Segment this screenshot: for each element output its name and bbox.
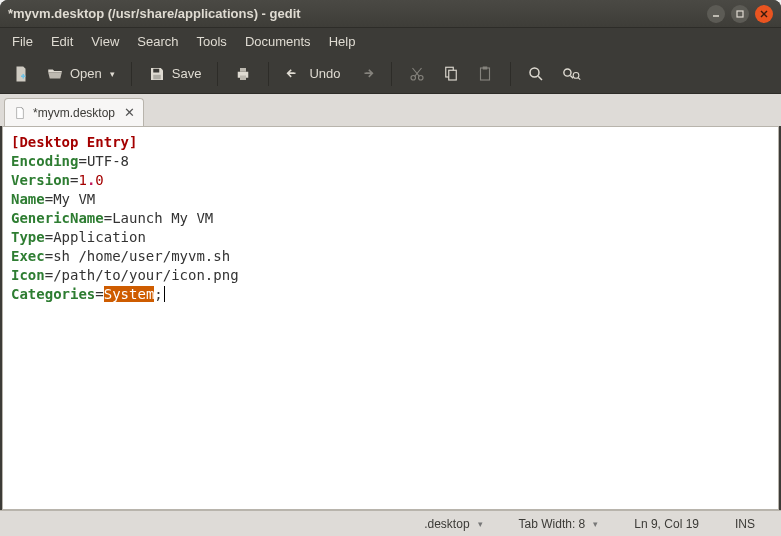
svg-rect-15: [480, 68, 489, 80]
save-button[interactable]: Save: [142, 59, 208, 89]
svg-rect-8: [240, 75, 246, 80]
text-editor[interactable]: [Desktop Entry] Encoding=UTF-8 Version=1…: [2, 126, 779, 510]
svg-point-17: [530, 68, 539, 77]
cursor-position: Ln 9, Col 19: [616, 517, 717, 531]
cut-icon: [408, 65, 426, 83]
insert-mode[interactable]: INS: [717, 517, 773, 531]
copy-icon: [442, 65, 460, 83]
toolbar-separator: [131, 62, 132, 86]
svg-line-18: [538, 76, 542, 80]
chevron-down-icon: ▾: [110, 69, 115, 79]
svg-point-21: [573, 72, 579, 78]
save-label: Save: [172, 66, 202, 81]
redo-icon: [357, 65, 375, 83]
search-icon: [527, 65, 545, 83]
window-title: *myvm.desktop (/usr/share/applications) …: [8, 6, 701, 21]
tab-label: *myvm.desktop: [33, 106, 115, 120]
redo-button[interactable]: [351, 59, 381, 89]
menu-edit[interactable]: Edit: [43, 31, 81, 52]
document-icon: [13, 106, 27, 120]
language-selector[interactable]: .desktop: [406, 517, 500, 531]
find-replace-icon: [561, 65, 581, 83]
menu-view[interactable]: View: [83, 31, 127, 52]
document-tab[interactable]: *myvm.desktop ✕: [4, 98, 144, 126]
cut-button[interactable]: [402, 59, 432, 89]
print-icon: [234, 65, 252, 83]
svg-rect-16: [482, 66, 487, 69]
toolbar-separator: [510, 62, 511, 86]
open-label: Open: [70, 66, 102, 81]
toolbar-separator: [217, 62, 218, 86]
toolbar-separator: [391, 62, 392, 86]
undo-label: Undo: [309, 66, 340, 81]
gedit-window: *myvm.desktop (/usr/share/applications) …: [0, 0, 781, 536]
print-button[interactable]: [228, 59, 258, 89]
maximize-button[interactable]: [731, 5, 749, 23]
selected-text: System: [104, 286, 155, 302]
svg-rect-1: [737, 11, 743, 17]
save-icon: [148, 65, 166, 83]
menubar: File Edit View Search Tools Documents He…: [0, 28, 781, 54]
menu-help[interactable]: Help: [321, 31, 364, 52]
minimize-button[interactable]: [707, 5, 725, 23]
undo-icon: [285, 65, 303, 83]
svg-rect-5: [153, 74, 161, 79]
svg-rect-7: [240, 68, 246, 72]
tabwidth-selector[interactable]: Tab Width: 8: [501, 517, 617, 531]
titlebar: *myvm.desktop (/usr/share/applications) …: [0, 0, 781, 28]
svg-rect-14: [448, 70, 456, 80]
menu-search[interactable]: Search: [129, 31, 186, 52]
find-replace-button[interactable]: [555, 59, 587, 89]
paste-button[interactable]: [470, 59, 500, 89]
menu-documents[interactable]: Documents: [237, 31, 319, 52]
close-button[interactable]: [755, 5, 773, 23]
tab-close-button[interactable]: ✕: [121, 105, 137, 121]
new-document-icon: [12, 65, 30, 83]
folder-open-icon: [46, 65, 64, 83]
tabbar: *myvm.desktop ✕: [0, 94, 781, 126]
find-button[interactable]: [521, 59, 551, 89]
toolbar-separator: [268, 62, 269, 86]
svg-rect-4: [153, 68, 159, 72]
statusbar: .desktop Tab Width: 8 Ln 9, Col 19 INS: [0, 510, 781, 536]
toolbar: Open ▾ Save Undo: [0, 54, 781, 94]
text-cursor: [164, 286, 165, 302]
new-document-button[interactable]: [6, 59, 36, 89]
menu-file[interactable]: File: [4, 31, 41, 52]
svg-point-19: [563, 69, 570, 76]
svg-line-22: [578, 77, 580, 79]
undo-button[interactable]: Undo: [279, 59, 346, 89]
paste-icon: [476, 65, 494, 83]
copy-button[interactable]: [436, 59, 466, 89]
open-button[interactable]: Open ▾: [40, 59, 121, 89]
menu-tools[interactable]: Tools: [189, 31, 235, 52]
section-header: [Desktop Entry]: [11, 134, 137, 150]
